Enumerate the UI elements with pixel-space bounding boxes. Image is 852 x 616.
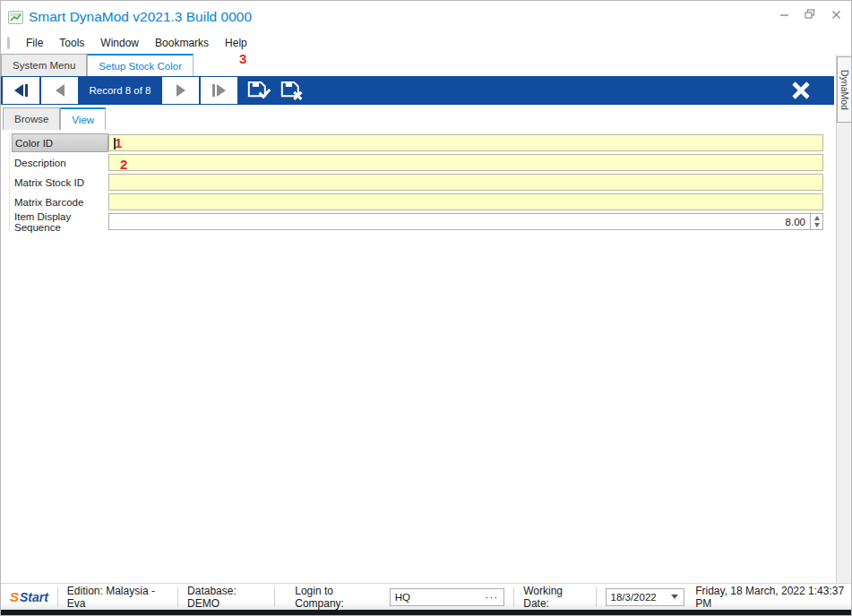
title-bar: Smart DynaMod v2021.3 Build 0000 bbox=[1, 1, 851, 33]
save-confirm-icon bbox=[247, 80, 271, 101]
last-record-button[interactable] bbox=[201, 77, 237, 104]
spinner-up-icon[interactable] bbox=[811, 214, 822, 222]
company-value: HQ bbox=[395, 592, 480, 603]
restore-icon[interactable] bbox=[804, 8, 816, 21]
divider bbox=[513, 587, 514, 607]
annotation-3: 3 bbox=[239, 51, 246, 66]
document-tab-bar: System Menu Setup Stock Color bbox=[1, 53, 836, 76]
toolbar-gripper[interactable] bbox=[7, 37, 10, 49]
form-row-matrix-stock-id: Matrix Stock ID bbox=[12, 173, 823, 192]
next-record-button[interactable] bbox=[162, 77, 199, 104]
edition-text: Edition: Malaysia - Eva bbox=[67, 585, 168, 610]
tab-view[interactable]: View bbox=[60, 107, 106, 130]
page-title: Smart DynaMod v2021.3 Build 0000 bbox=[29, 9, 252, 25]
save-cancel-icon bbox=[280, 80, 305, 101]
description-input[interactable] bbox=[108, 154, 823, 171]
description-label: Description bbox=[12, 153, 108, 172]
app-window: Smart DynaMod v2021.3 Build 0000 File To… bbox=[0, 0, 852, 616]
next-record-icon bbox=[176, 84, 185, 97]
form-row-item-display-sequence: Item Display Sequence 8.00 bbox=[12, 212, 823, 231]
taskbar-edge bbox=[1, 610, 851, 615]
current-datetime: Friday, 18 March, 2022 1:43:37 PM bbox=[695, 585, 851, 610]
tab-setup-stock-color[interactable]: Setup Stock Color bbox=[87, 54, 194, 76]
annotation-2: 2 bbox=[120, 157, 127, 172]
sequence-spinner bbox=[810, 214, 822, 229]
color-id-label: Color ID bbox=[12, 133, 108, 152]
item-display-sequence-label: Item Display Sequence bbox=[12, 212, 108, 231]
previous-record-icon bbox=[56, 84, 65, 97]
working-date-combobox[interactable]: 18/3/2022 bbox=[606, 588, 685, 606]
form-row-matrix-barcode: Matrix Barcode bbox=[12, 192, 823, 211]
matrix-stock-id-label: Matrix Stock ID bbox=[12, 173, 108, 192]
first-record-icon bbox=[14, 84, 23, 97]
app-icon bbox=[8, 11, 23, 24]
tab-label: Browse bbox=[14, 114, 48, 124]
annotation-1: 1 bbox=[115, 135, 122, 150]
company-combobox[interactable]: HQ ··· bbox=[390, 588, 505, 606]
cancel-save-button[interactable] bbox=[279, 79, 306, 102]
docked-panel-strip: DynaMod bbox=[836, 55, 851, 583]
spinner-down-icon[interactable] bbox=[811, 222, 822, 230]
divider bbox=[274, 587, 275, 607]
dropdown-arrow-icon bbox=[671, 595, 678, 599]
tab-label: View bbox=[72, 115, 94, 125]
menu-bookmarks[interactable]: Bookmarks bbox=[147, 35, 217, 51]
menu-window[interactable]: Window bbox=[92, 35, 147, 51]
minimize-icon[interactable] bbox=[778, 8, 790, 21]
working-date-label: Working Date: bbox=[523, 585, 586, 610]
form-row-color-id: Color ID bbox=[12, 133, 823, 152]
color-id-input[interactable] bbox=[108, 134, 823, 151]
company-lookup-icon[interactable]: ··· bbox=[479, 591, 503, 603]
divider bbox=[596, 587, 597, 607]
previous-record-button[interactable] bbox=[41, 77, 78, 104]
menu-file[interactable]: File bbox=[18, 35, 51, 51]
close-window-icon[interactable] bbox=[830, 8, 842, 21]
divider bbox=[57, 587, 58, 607]
save-record-button[interactable] bbox=[245, 79, 272, 102]
tab-label: System Menu bbox=[13, 60, 75, 71]
tab-label: Setup Stock Color bbox=[99, 61, 182, 72]
dynamod-side-tab[interactable]: DynaMod bbox=[837, 56, 851, 123]
tab-browse[interactable]: Browse bbox=[3, 107, 60, 130]
sequence-value: 8.00 bbox=[786, 217, 810, 227]
status-bar: S Start Edition: Malaysia - Eva Database… bbox=[1, 583, 851, 610]
record-navigation-toolbar: Record 8 of 8 bbox=[1, 76, 834, 105]
close-icon bbox=[791, 81, 811, 100]
side-tab-label: DynaMod bbox=[839, 70, 850, 110]
first-record-button[interactable] bbox=[3, 77, 39, 104]
divider bbox=[177, 587, 178, 607]
tab-system-menu[interactable]: System Menu bbox=[1, 54, 87, 76]
start-logo: S Start bbox=[10, 589, 48, 604]
working-date-value: 18/3/2022 bbox=[611, 592, 667, 603]
start-logo-icon: S bbox=[10, 589, 19, 604]
matrix-barcode-label: Matrix Barcode bbox=[12, 192, 108, 211]
last-record-icon bbox=[217, 84, 226, 97]
menu-bar: File Tools Window Bookmarks Help bbox=[1, 33, 851, 53]
close-form-button[interactable] bbox=[784, 78, 818, 103]
menu-tools[interactable]: Tools bbox=[51, 35, 92, 51]
form-row-description: Description bbox=[12, 153, 823, 172]
matrix-stock-id-input[interactable] bbox=[108, 174, 823, 191]
menu-help[interactable]: Help bbox=[217, 35, 255, 51]
item-display-sequence-input[interactable]: 8.00 bbox=[108, 213, 823, 230]
stock-color-form: Color ID Description Matrix Stock ID Mat… bbox=[9, 133, 823, 232]
matrix-barcode-input[interactable] bbox=[108, 193, 823, 210]
database-text: Database: DEMO bbox=[187, 585, 265, 610]
record-counter: Record 8 of 8 bbox=[80, 77, 160, 104]
view-tab-bar: Browse View bbox=[3, 105, 836, 130]
login-company-label: Login to Company: bbox=[295, 585, 378, 610]
